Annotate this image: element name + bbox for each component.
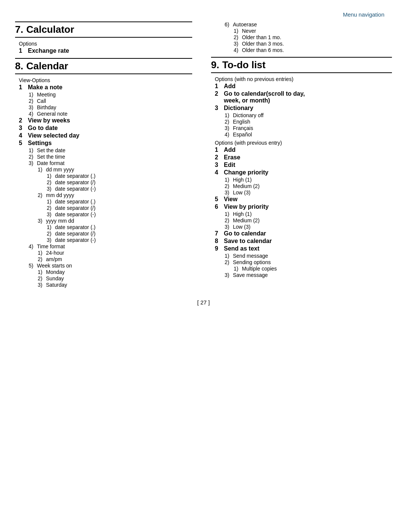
todo-prev-3: 3 Edit <box>215 162 392 168</box>
calendar-view-options-label: View-Options <box>19 77 192 83</box>
cal-date-3: 3)yyyy mm dd <box>38 218 192 224</box>
cal-set-1: 1)Set the date <box>29 147 192 153</box>
todo-prev-4: 4 Change priority <box>215 169 392 176</box>
calculator-title: 7.Calculator <box>15 21 192 38</box>
todolist-title: 9.To-do list <box>211 57 392 73</box>
prio-3: 3)Low (3) <box>225 190 392 196</box>
calendar-item-4: 4 View selected day <box>19 132 192 139</box>
page-header: Menu navigation <box>15 11 392 18</box>
cal-week-2: 2)Sunday <box>38 275 192 281</box>
todo-prev-1: 1 Add <box>215 147 392 153</box>
autoerase-1: 1)Never <box>234 28 392 34</box>
autoerase-3: 3)Older than 3 mos. <box>234 41 392 47</box>
autoerase-item: 6)Autoerase <box>225 21 392 28</box>
cal-date-3-3: 3)date separator (-) <box>47 237 192 243</box>
dict-2: 2)English <box>225 119 392 125</box>
page-number: [ 27 ] <box>197 299 210 306</box>
right-column: 6)Autoerase 1)Never 2)Older than 1 mo. 3… <box>204 21 392 292</box>
cal-set-3: 3)Date format <box>29 160 192 166</box>
section-calendar: 8.Calendar View-Options 1 Make a note 1)… <box>15 58 192 288</box>
calendar-item-3: 3 Go to date <box>19 125 192 131</box>
page-footer: [ 27 ] <box>15 299 392 306</box>
autoerase-4: 4)Older than 6 mos. <box>234 47 392 53</box>
cal-time-format: 4)Time format <box>29 243 192 249</box>
send-2: 2)Sending options <box>225 259 392 265</box>
todo-options-no-prev: Options (with no previous entries) <box>215 76 392 82</box>
cal-time-1: 1)24-hour <box>38 250 192 256</box>
todo-prev-9: 9 Send as text <box>215 245 392 252</box>
todo-options-prev: Options (with previous entry) <box>215 140 392 146</box>
calendar-title: 8.Calendar <box>15 58 192 74</box>
section-calculator: 7.Calculator Options 1 Exchange rate <box>15 21 192 54</box>
prio-2: 2)Medium (2) <box>225 183 392 189</box>
todo-prev-8: 8 Save to calendar <box>215 238 392 245</box>
calendar-sub-1-1: 1)Meeting <box>29 92 192 98</box>
cal-date-2-2: 2)date separator (/) <box>47 205 192 211</box>
cal-date-1-3: 3)date separator (-) <box>47 186 192 192</box>
todo-prev-5: 5 View <box>215 196 392 203</box>
cal-date-2-3: 3)date separator (-) <box>47 211 192 217</box>
vprio-2: 2)Medium (2) <box>225 217 392 223</box>
header-title: Menu navigation <box>343 11 384 18</box>
cal-date-3-2: 2)date separator (/) <box>47 231 192 237</box>
todo-no-prev-3: 3 Dictionary <box>215 105 392 112</box>
cal-week-1: 1)Monday <box>38 269 192 275</box>
dict-3: 3)Français <box>225 125 392 131</box>
calendar-sub-1-2: 2)Call <box>29 98 192 104</box>
calendar-item-1: 1 Make a note <box>19 84 192 91</box>
send-1: 1)Send message <box>225 253 392 259</box>
cal-week-starts: 5)Week starts on <box>29 263 192 269</box>
todo-no-prev-1: 1 Add <box>215 83 392 90</box>
section-todolist: 9.To-do list Options (with no previous e… <box>211 57 392 278</box>
calendar-item-5: 5 Settings <box>19 140 192 147</box>
todo-no-prev-2: 2 Go to calendar(scroll to day,week, or … <box>215 90 392 104</box>
calculator-options-label: Options <box>19 41 192 47</box>
dict-4: 4)Español <box>225 131 392 138</box>
cal-date-2-1: 1)date separator (.) <box>47 199 192 205</box>
cal-time-2: 2)am/pm <box>38 256 192 262</box>
send-2-1: 1)Multiple copies <box>234 266 392 272</box>
cal-week-3: 3)Saturday <box>38 282 192 288</box>
left-column: 7.Calculator Options 1 Exchange rate 8.C… <box>15 21 204 292</box>
cal-date-2: 2)mm dd yyyy <box>38 192 192 198</box>
send-3: 3)Save message <box>225 272 392 278</box>
calculator-item-1: 1 Exchange rate <box>19 47 192 54</box>
todo-prev-7: 7 Go to calendar <box>215 230 392 237</box>
cal-date-3-1: 1)date separator (.) <box>47 224 192 230</box>
vprio-1: 1)High (1) <box>225 211 392 217</box>
cal-date-1: 1)dd mm yyyy <box>38 167 192 173</box>
dict-1: 1)Dictionary off <box>225 112 392 118</box>
autoerase-2: 2)Older than 1 mo. <box>234 34 392 40</box>
cal-set-2: 2)Set the time <box>29 154 192 160</box>
todo-prev-6: 6 View by priority <box>215 203 392 210</box>
calendar-item-2: 2 View by weeks <box>19 117 192 124</box>
autoerase-section: 6)Autoerase 1)Never 2)Older than 1 mo. 3… <box>211 21 392 53</box>
todo-prev-2: 2 Erase <box>215 154 392 161</box>
calendar-sub-1-3: 3)Birthday <box>29 104 192 110</box>
prio-1: 1)High (1) <box>225 177 392 183</box>
cal-date-1-2: 2)date separator (/) <box>47 179 192 185</box>
cal-date-1-1: 1)date separator (.) <box>47 173 192 179</box>
calendar-sub-1-4: 4)General note <box>29 111 192 117</box>
vprio-3: 3)Low (3) <box>225 224 392 230</box>
